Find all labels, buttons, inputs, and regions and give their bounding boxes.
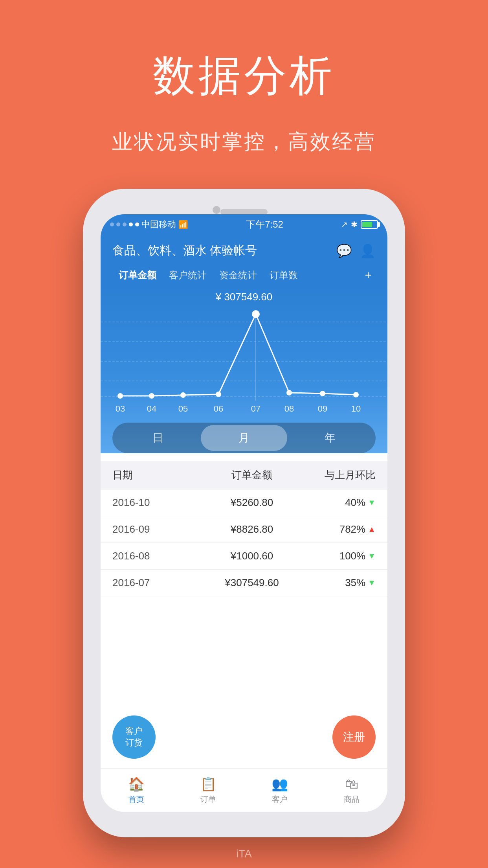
nav-label-customers: 客户	[272, 794, 288, 805]
td-amount-1: ¥8826.80	[191, 523, 313, 535]
tabs-row: 订单金额 客户统计 资金统计 订单数 +	[112, 266, 376, 285]
chart-value: ¥ 307549.60	[101, 291, 387, 303]
svg-text:09: 09	[318, 404, 327, 414]
nav-label-orders: 订单	[200, 794, 216, 805]
arrow-down-icon-2: ▼	[368, 552, 376, 561]
svg-text:08: 08	[284, 404, 294, 414]
chart-container: 03 04 05 06 07 08 09 10	[101, 306, 387, 416]
svg-text:05: 05	[178, 404, 188, 414]
tab-fund-stats[interactable]: 资金统计	[213, 266, 263, 285]
orders-icon: 📋	[200, 776, 216, 792]
table-row: 2016-09 ¥8826.80 782% ▲	[101, 516, 387, 543]
period-year[interactable]: 年	[287, 425, 373, 451]
app-title-row: 食品、饮料、酒水 体验帐号 💬 👤	[112, 243, 376, 259]
fab-customer-label: 客户订货	[125, 726, 143, 748]
fab-customer-button[interactable]: 客户订货	[112, 715, 156, 759]
user-icon[interactable]: 👤	[360, 243, 376, 258]
td-date-2: 2016-08	[112, 550, 191, 562]
period-month[interactable]: 月	[201, 425, 287, 451]
app-header: 食品、饮料、酒水 体验帐号 💬 👤 订单金额 客户统计 资金统计 订单数 +	[101, 235, 387, 285]
chart-dot-05	[180, 392, 186, 398]
status-right: ↗ ✱	[341, 220, 378, 229]
bluetooth-icon: ✱	[351, 220, 358, 229]
fab-register-label: 注册	[343, 730, 365, 745]
nav-label-products: 商品	[344, 794, 360, 805]
chart-dot-08	[286, 390, 292, 395]
hero-title: 数据分析	[0, 0, 488, 105]
wifi-icon: 📶	[178, 220, 188, 229]
status-left: 中国移动 📶	[110, 219, 188, 230]
products-icon: 🛍	[345, 776, 358, 792]
phone-mockup: 中国移动 📶 下午7:52 ↗ ✱ 食品、饮料、酒水 体验帐号 💬	[83, 189, 405, 837]
table-row: 2016-07 ¥307549.60 35% ▼	[101, 570, 387, 596]
svg-text:10: 10	[351, 404, 361, 414]
phone-screen: 中国移动 📶 下午7:52 ↗ ✱ 食品、饮料、酒水 体验帐号 💬	[101, 214, 387, 812]
fab-register-button[interactable]: 注册	[332, 715, 376, 759]
arrow-down-icon-3: ▼	[368, 578, 376, 587]
table-header: 日期 订单金额 与上月环比	[101, 461, 387, 489]
phone-camera	[213, 206, 220, 214]
svg-text:03: 03	[116, 404, 125, 414]
td-amount-2: ¥1000.60	[191, 550, 313, 562]
period-day[interactable]: 日	[115, 425, 201, 451]
location-icon: ↗	[341, 220, 348, 229]
hero-subtitle: 业状况实时掌控，高效经营	[0, 128, 488, 156]
nav-item-orders[interactable]: 📋 订单	[172, 776, 244, 805]
chart-dot-04	[149, 393, 154, 399]
data-table: 日期 订单金额 与上月环比 2016-10 ¥5260.80 40% ▼ 201…	[101, 461, 387, 596]
watermark: iTA	[0, 840, 488, 868]
battery-fill	[362, 222, 372, 227]
signal-dot-3	[123, 223, 127, 226]
customers-icon: 👥	[272, 776, 288, 792]
period-selector: 日 月 年	[112, 423, 376, 453]
header-icons: 💬 👤	[336, 243, 376, 258]
arrow-up-icon-1: ▲	[368, 525, 376, 534]
td-change-1: 782% ▲	[313, 523, 376, 535]
chart-dot-06	[216, 392, 221, 397]
td-date-1: 2016-09	[112, 523, 191, 535]
td-change-2: 100% ▼	[313, 550, 376, 562]
message-icon[interactable]: 💬	[336, 243, 352, 258]
signal-dot-5	[135, 223, 139, 226]
bottom-nav: 🏠 首页 📋 订单 👥 客户 🛍 商品	[101, 769, 387, 812]
carrier-label: 中国移动	[141, 219, 176, 230]
chart-dot-09	[320, 391, 325, 396]
nav-item-products[interactable]: 🛍 商品	[316, 776, 388, 805]
signal-dot-1	[110, 223, 114, 226]
td-change-3: 35% ▼	[313, 577, 376, 589]
svg-text:04: 04	[147, 404, 156, 414]
td-change-0: 40% ▼	[313, 497, 376, 509]
chart-dot-10	[353, 392, 359, 397]
svg-text:06: 06	[214, 404, 223, 414]
table-row: 2016-08 ¥1000.60 100% ▼	[101, 543, 387, 570]
th-change: 与上月环比	[313, 468, 376, 482]
status-bar: 中国移动 📶 下午7:52 ↗ ✱	[101, 214, 387, 235]
th-date: 日期	[112, 468, 191, 482]
tab-order-amount[interactable]: 订单金额	[112, 266, 163, 285]
td-amount-0: ¥5260.80	[191, 497, 313, 509]
tab-order-count[interactable]: 订单数	[263, 266, 304, 285]
chart-area: ¥ 307549.60	[101, 285, 387, 453]
chart-dot-07	[252, 310, 260, 318]
th-amount: 订单金额	[191, 468, 313, 482]
status-time: 下午7:52	[246, 218, 283, 231]
home-icon: 🏠	[128, 776, 145, 792]
td-date-3: 2016-07	[112, 577, 191, 589]
signal-dot-4	[129, 223, 133, 226]
nav-item-home[interactable]: 🏠 首页	[101, 776, 172, 805]
nav-label-home: 首页	[128, 794, 144, 805]
line-chart: 03 04 05 06 07 08 09 10	[101, 306, 387, 416]
battery-icon	[361, 220, 378, 229]
arrow-down-icon-0: ▼	[368, 498, 376, 507]
chart-dot-03	[117, 393, 123, 399]
td-date-0: 2016-10	[112, 497, 191, 509]
tab-add-button[interactable]: +	[361, 267, 376, 283]
tab-customer-stats[interactable]: 客户统计	[163, 266, 213, 285]
nav-item-customers[interactable]: 👥 客户	[244, 776, 316, 805]
app-title: 食品、饮料、酒水 体验帐号	[112, 243, 257, 259]
phone-speaker	[220, 209, 268, 215]
table-row: 2016-10 ¥5260.80 40% ▼	[101, 489, 387, 516]
signal-dot-2	[116, 223, 120, 226]
td-amount-3: ¥307549.60	[191, 577, 313, 589]
svg-text:07: 07	[251, 404, 261, 414]
